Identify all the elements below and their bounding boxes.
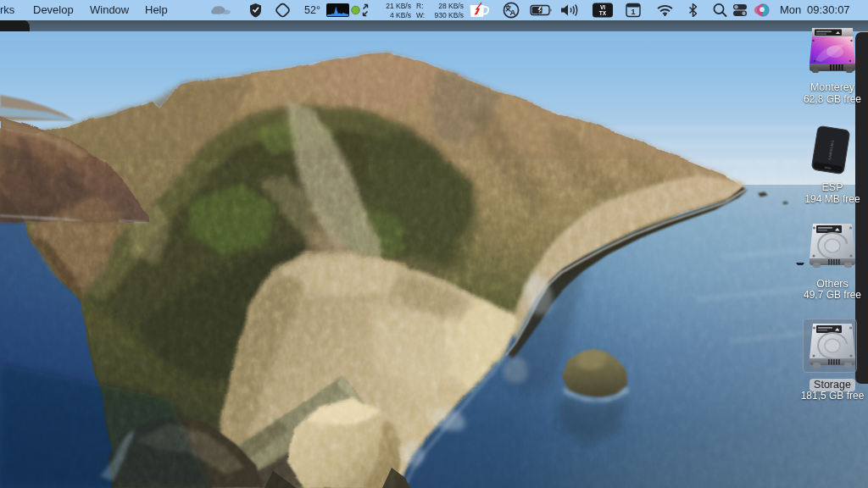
svg-text:TX: TX bbox=[599, 10, 607, 16]
svg-text:VI: VI bbox=[600, 4, 605, 10]
svg-text:A: A bbox=[510, 8, 516, 17]
svg-text:1: 1 bbox=[631, 8, 635, 16]
